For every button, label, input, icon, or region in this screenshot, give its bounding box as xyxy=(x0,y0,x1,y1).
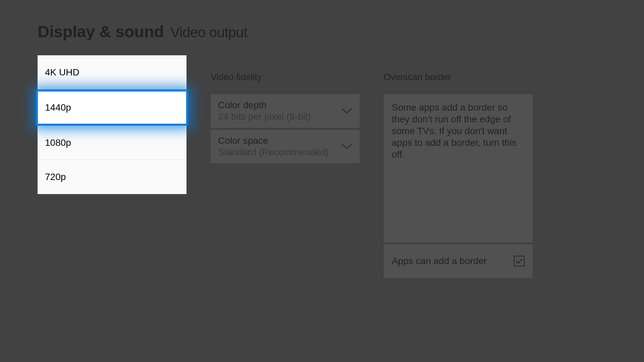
color-depth-value: 24 bits per pixel (8-bit) xyxy=(218,111,311,122)
overscan-description: Some apps add a border so they don't run… xyxy=(392,102,525,160)
overscan-checkbox-row[interactable]: Apps can add a border xyxy=(384,244,533,278)
video-fidelity-label: Video fidelity xyxy=(211,72,360,82)
resolution-dropdown-popup: 4K UHD 1440p 1080p 720p xyxy=(38,55,186,194)
resolution-option-720p[interactable]: 720p xyxy=(38,160,186,194)
chevron-down-icon xyxy=(341,143,352,149)
video-fidelity-column: Video fidelity Color depth 24 bits per p… xyxy=(211,72,360,278)
overscan-checkbox-label: Apps can add a border xyxy=(392,256,487,266)
color-space-value: Standard (Recommended) xyxy=(218,147,329,158)
chevron-down-icon xyxy=(341,108,352,114)
overscan-column: Overscan border Some apps add a border s… xyxy=(384,72,533,278)
checkbox-checked-icon xyxy=(514,256,525,266)
overscan-description-box: Some apps add a border so they don't run… xyxy=(384,94,533,242)
page-subtitle: Video output xyxy=(170,24,247,41)
color-depth-dropdown[interactable]: Color depth 24 bits per pixel (8-bit) xyxy=(211,94,360,128)
page-title: Display & sound xyxy=(38,22,164,41)
color-space-label: Color space xyxy=(218,135,329,146)
overscan-label: Overscan border xyxy=(384,72,533,82)
resolution-option-1080p[interactable]: 1080p xyxy=(38,126,186,160)
color-space-dropdown[interactable]: Color space Standard (Recommended) xyxy=(211,130,360,163)
page-header: Display & sound Video output xyxy=(38,22,248,41)
color-depth-label: Color depth xyxy=(218,100,311,111)
resolution-option-4k[interactable]: 4K UHD xyxy=(38,55,186,89)
resolution-option-1440p[interactable]: 1440p xyxy=(36,89,188,126)
